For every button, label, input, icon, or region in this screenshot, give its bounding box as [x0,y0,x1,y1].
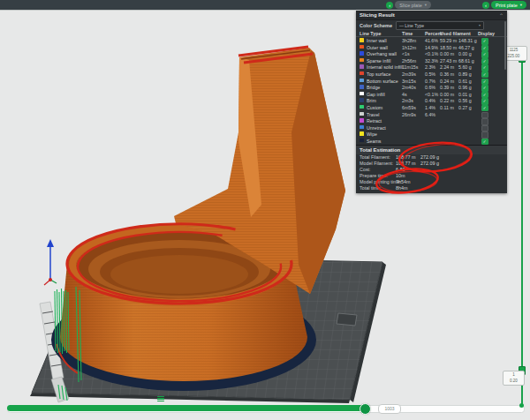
line-type-row: Retract [356,117,507,124]
line-type-swatch [360,45,364,49]
percent-cell: <0.1% [425,92,438,97]
filament-length-cell: 2.24 m [440,64,454,70]
time-cell: 6m59s [402,105,416,110]
time-cell: 2m39s [402,71,416,77]
line-type-swatch [360,131,364,136]
time-cell: 2h56m [402,58,416,64]
total-value-1: 108.77 m [396,154,415,160]
slice-plate-button[interactable]: Slice plate ▾ [395,1,431,9]
layer-slider-end-dot[interactable] [519,403,524,408]
time-cell: 1h12m [402,45,416,50]
layer-slider-bottom-label: 1 0.20 [503,371,525,386]
color-scheme-row: Color Scheme — Line Type ▾ [356,20,507,30]
percent-cell: <0.1% [425,51,438,56]
print-plate-arrow-icon[interactable]: ‹ [482,2,489,9]
time-cell: <1s [402,51,410,56]
total-row: Model Filament:108.77 m272.09 g [356,160,507,166]
filament-length-cell: 0.00 m [440,92,454,97]
line-type-row: Gap infill4s<0.1%0.00 m0.01 g✓ [356,91,507,98]
sliced-model[interactable] [51,47,345,391]
percent-cell: 6.4% [425,112,435,117]
filament-weight-cell: 0.01 g [458,92,472,97]
bowl-floor [110,255,248,294]
line-type-row: Wipe [356,131,507,138]
col-time: Time [402,31,413,36]
line-type-label: Unretract [367,125,386,131]
print-plate-button[interactable]: Print plate ▾ [491,1,526,9]
line-type-row: Travel26m9s6.4% [356,111,507,118]
move-slider-handle[interactable] [360,403,371,415]
color-scheme-select[interactable]: — Line Type ▾ [396,21,484,30]
total-label: Model Filament: [360,161,393,166]
line-type-swatch [360,125,364,130]
display-checkbox[interactable]: ✓ [481,139,488,146]
line-type-swatch [360,118,364,123]
panel-title: Slicing Result [360,12,395,18]
line-type-label: Internal solid infill [367,64,403,70]
percent-cell: 0.5% [425,71,435,77]
line-type-label: Sparse infill [367,58,390,64]
filament-weight-cell: 46.27 g [458,45,474,50]
filament-weight-cell: 0.00 g [458,51,472,56]
z-axis-arrowhead [47,239,54,247]
total-value-1: 8h4m [396,185,408,191]
line-type-swatch [360,51,364,56]
time-cell: 2m3s [402,98,413,103]
slice-plate-arrow-icon[interactable]: ‹ [386,2,393,9]
line-type-row: Internal solid infill11m15s2.3%2.24 m5.6… [356,64,507,71]
line-type-label: Inner wall [367,38,387,43]
move-slider-value: 1003 [378,404,401,414]
line-type-swatch [360,64,364,69]
line-type-row: Inner wall3h28m41.6%59.29 m148.31 g✓ [356,37,507,44]
axes-indicator [44,239,57,285]
layer-slider-track[interactable] [521,55,523,406]
chevron-down-icon: ▾ [479,23,481,27]
line-type-swatch [360,38,364,42]
print-plate-group: ‹ Print plate ▾ [482,0,526,10]
percent-cell: 41.6% [425,38,438,43]
total-value-2: 272.09 g [420,161,439,166]
filament-weight-cell: 0.61 g [458,79,472,84]
time-cell: 26m9s [402,112,416,117]
layers-mini-icon [157,396,164,403]
line-type-table-body: Inner wall3h28m41.6%59.29 m148.31 g✓Oute… [356,37,507,145]
line-type-swatch [360,98,364,102]
filament-length-cell: 0.36 m [440,71,454,77]
total-label: Total Filament: [360,154,390,160]
total-value-1: 108.77 m [396,161,415,166]
print-plate-caret-icon: ▾ [520,3,522,7]
plate-handle-slot [337,313,357,326]
filament-length-cell: 0.39 m [440,85,454,90]
percent-cell: 0.6% [425,85,435,90]
filament-weight-cell: 0.89 g [458,71,472,77]
col-display: Display [478,31,495,36]
line-type-label: Seams [367,139,382,144]
slice-plate-group: ‹ Slice plate ▾ [386,0,431,10]
line-type-row: Seams✓ [356,138,507,145]
line-type-row: Bridge2m40s0.6%0.39 m0.96 g✓ [356,84,507,91]
total-row: Total time:8h4m [356,184,507,191]
line-type-swatch [360,58,364,63]
arrow-glyph: ‹ [485,3,487,8]
collapse-icon[interactable]: ⌃ [499,12,504,19]
percent-cell: 2.3% [425,64,435,70]
top-toolbar: ‹ Slice plate ▾ ‹ Print plate ▾ [0,0,530,11]
line-type-label: Overhang wall [367,51,397,56]
slice-plate-caret-icon: ▾ [425,3,427,7]
line-type-swatch [360,79,364,83]
filament-length-cell: 0.24 m [440,79,454,84]
panel-scrollbar[interactable] [504,21,507,70]
arrow-glyph: ‹ [389,3,390,8]
percent-cell: 32.3% [425,58,438,64]
percent-cell: 1.4% [425,105,435,110]
total-label: Prepare time: [360,173,388,178]
line-type-swatch [360,105,364,109]
line-type-row: Brim2m3s0.4%0.22 m0.56 g✓ [356,97,507,104]
line-type-label: Travel [367,112,380,117]
filament-weight-cell: 5.60 g [458,64,472,70]
color-scheme-value: — Line Type [399,23,424,28]
total-row: Total Filament:108.77 m272.09 g [356,154,507,161]
total-value-1: 6.80 [396,167,405,172]
total-label: Model printing time: [360,179,401,184]
filament-length-cell: 27.43 m [440,58,457,64]
